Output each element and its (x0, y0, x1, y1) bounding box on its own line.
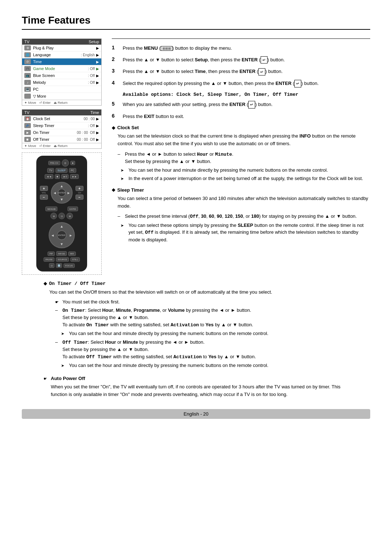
menu1-header: TV Setup (22, 39, 101, 45)
pause-button[interactable]: PAUSE (44, 257, 54, 262)
still-button[interactable]: STILL (70, 257, 80, 262)
zero-button[interactable]: 0 (62, 159, 69, 167)
melody-icon: ♪ (24, 80, 31, 85)
menu2-return: ⏏ Return (54, 144, 68, 148)
nav-right-button[interactable]: ► (67, 191, 70, 195)
off-timer-tri: ➤ You can set the hour and minute direct… (61, 362, 348, 369)
clockset-icon: ⏰ (24, 116, 31, 121)
pre-ch-button[interactable]: PRE-CH (48, 161, 60, 165)
sleep-interval: – Select the preset time interval (Off, … (118, 213, 370, 220)
mix-button[interactable]: MIX (68, 252, 76, 256)
ch-label: CH (78, 192, 81, 194)
must-set-clock: ☛ You must set the clock first. (55, 299, 348, 305)
sleeptimer-label: Sleep Timer (33, 123, 88, 128)
sleep-sub-text: Select the preset time interval (Off, 30… (125, 213, 357, 220)
ch-down-button[interactable]: − (75, 195, 83, 200)
sleep-button[interactable]: SLEEP (56, 168, 68, 173)
on-timer-sub: – On Timer: Select Hour, Minute, Program… (55, 307, 348, 329)
big-nav-up[interactable]: ▲ (60, 224, 64, 228)
big-nav-left[interactable]: ◄ (51, 233, 54, 237)
off-timer-dash: – (55, 339, 60, 361)
gamemode-label: Game Mode (33, 66, 88, 71)
rew-button[interactable]: ◄◄ (45, 174, 53, 179)
vol-down-button[interactable]: − (40, 195, 48, 200)
vol-up-button[interactable]: + (40, 186, 48, 191)
step-2-text: Press the ▲ or ▼ button to select Setup,… (123, 56, 370, 64)
menu-row-gamemode: 🎮 Game Mode : Off ▶ (22, 65, 101, 72)
clockset-value: 00 : 00 (83, 117, 95, 121)
menu-button[interactable]: MENU⊞ (45, 207, 57, 211)
info-button[interactable]: INFO⊟ (56, 251, 67, 256)
on-off-timer-header: ◆ On Timer / Off Timer (44, 281, 348, 286)
sleeptimer-arrow: ▶ (96, 124, 99, 128)
func2-button[interactable]: ⊡ (58, 213, 65, 219)
on-timer-tri-text: You can set the hour and minute directly… (69, 330, 268, 337)
ontimer-icon: ▶ (24, 130, 31, 135)
melody-value: : Off (88, 81, 95, 85)
nav-left-button[interactable]: ◄ (53, 191, 57, 195)
on-off-title: On Timer / Off Timer (49, 281, 106, 286)
stop-button[interactable]: ■ (55, 174, 60, 179)
pc-button[interactable]: PC (69, 168, 76, 173)
source-button[interactable]: SOURCE (56, 257, 69, 262)
on-timer-dash: – (55, 307, 60, 329)
menu2-move: ✦ Move (24, 144, 36, 148)
top-divider (112, 38, 370, 39)
nav-enter-button[interactable]: ENTER (58, 189, 66, 197)
mts-button[interactable]: ■ (70, 161, 75, 165)
menu1-enter: ⏎ Enter (39, 101, 51, 105)
menu-exit-row: MENU⊞ EXIT⊟ (39, 207, 84, 211)
menu-row-language: 🌐 Language : English ▶ (22, 52, 101, 58)
sleeptimer-value: : Off (88, 124, 95, 128)
menu2-tv-label: TV (24, 110, 29, 115)
func1-button[interactable]: ⊞ (50, 213, 57, 219)
pip-info-mix-row: PIP INFO⊟ MIX (39, 251, 84, 256)
footer-text: English - 20 (184, 411, 209, 417)
bot2-button[interactable]: 🔢 (56, 263, 62, 268)
on-timer-tri: ➤ You can set the hour and minute direct… (61, 330, 348, 337)
playpause-button[interactable]: ►ll (61, 174, 69, 179)
step-2-number: 2 (112, 56, 118, 62)
exit-button[interactable]: EXIT⊟ (68, 207, 78, 211)
menu1-setup-label: Setup (89, 40, 99, 44)
bluescreen-arrow: ▶ (96, 74, 99, 78)
clock-tri1-icon: ➤ (121, 167, 126, 174)
step-1-number: 1 (112, 45, 118, 50)
sleep-tri1-text: You can select these options simply by p… (128, 222, 370, 244)
menu-row-ontimer: ▶ On Timer 00 : 00 Off ▶ (22, 129, 101, 136)
auto-power-section: ☛ Auto Power Off When you set the timer … (22, 376, 370, 399)
bluescreen-label: Blue Screen (33, 73, 88, 78)
step-5: 5 When you are satisfied with your setti… (112, 101, 370, 109)
menu-row-melody: ♪ Melody : Off ▶ (22, 79, 101, 86)
tv-sleep-pc-row: TV SLEEP PC (39, 168, 84, 173)
clock-tri2-text: In the event of a power interruption or … (128, 175, 363, 182)
ff-button[interactable]: ►► (70, 174, 79, 179)
sleeptimer-icon: 💤 (24, 123, 31, 128)
step-2: 2 Press the ▲ or ▼ button to select Setu… (112, 56, 370, 64)
transport-row: ◄◄ ■ ►ll ►► (39, 174, 84, 179)
bot1-button[interactable]: ⊡ (49, 263, 54, 268)
big-nav-down[interactable]: ▼ (60, 242, 64, 246)
nav-up-button[interactable]: ▲ (60, 184, 64, 188)
plugplay-label: Plug & Play (33, 46, 95, 50)
step-6: 6 Press the EXIT button to exit. (112, 113, 370, 120)
pip-button[interactable]: PIP (48, 252, 55, 256)
step-3: 3 Press the ▲ or ▼ button to select Time… (112, 68, 370, 75)
bot3-button[interactable]: FOCUS (64, 264, 75, 268)
tv-button[interactable]: TV (47, 168, 54, 173)
step-4-number: 4 (112, 80, 118, 86)
ontimer-label: On Timer (33, 130, 77, 135)
menu2-footer: ✦ Move ⏎ Enter ⏏ Return (22, 143, 101, 148)
func3-button[interactable]: ⊠ (66, 213, 73, 219)
step-4: 4 Select the required option by pressing… (112, 80, 370, 87)
step-3-text: Press the ▲ or ▼ button to select Time, … (123, 68, 370, 75)
big-nav-right[interactable]: ► (69, 233, 73, 237)
vol-label: VOL (42, 192, 46, 194)
big-nav-enter[interactable]: ENTER (57, 230, 66, 240)
gamemode-arrow: ▶ (96, 67, 99, 71)
available-options: Available options: Clock Set, Sleep Time… (123, 92, 370, 97)
ch-up-button[interactable]: + (75, 186, 83, 191)
clock-tri2: ➤ In the event of a power interruption o… (121, 175, 370, 182)
nav-down-button[interactable]: ▼ (60, 197, 64, 201)
language-value: : English (81, 53, 95, 57)
